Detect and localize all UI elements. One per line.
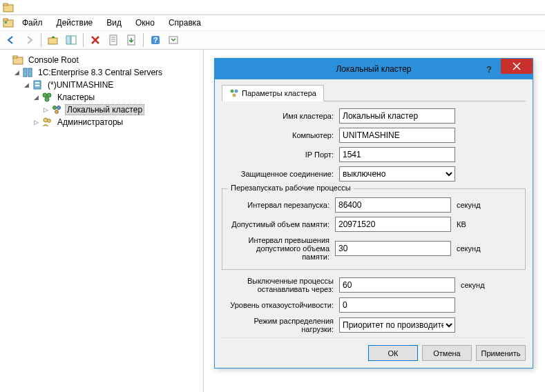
properties-button[interactable] — [105, 32, 122, 48]
menu-help[interactable]: Справка — [163, 17, 207, 29]
tree-label: Локальный кластер — [65, 104, 144, 115]
select-secure-connection[interactable]: выключено — [339, 166, 455, 182]
unit-seconds: секунд — [461, 281, 485, 289]
tree-toggle-icon[interactable]: ◢ — [12, 68, 21, 77]
svg-rect-3 — [5, 21, 7, 23]
menubar: Файл Действие Вид Окно Справка — [0, 15, 545, 30]
cluster-icon — [51, 104, 62, 115]
back-button[interactable] — [3, 32, 19, 48]
svg-point-30 — [48, 119, 51, 123]
svg-point-26 — [53, 106, 57, 110]
label-stop-processes: Выключенные процессы останавливать через… — [222, 277, 339, 293]
admins-icon — [41, 117, 52, 128]
label-exceed-interval: Интервал превышения допустимого объема п… — [228, 236, 335, 261]
dialog-help-button[interactable]: ? — [480, 61, 498, 77]
label-restart-interval: Интервал перезапуска: — [228, 201, 335, 209]
toolbar-separator — [143, 33, 144, 47]
tree-central-servers[interactable]: ◢ 1C:Enterprise 8.3 Central Servers — [3, 66, 203, 79]
unit-kb: КВ — [457, 220, 466, 228]
svg-rect-18 — [23, 68, 27, 77]
cluster-icon — [229, 88, 239, 98]
tab-cluster-params[interactable]: Параметры кластера — [222, 85, 324, 101]
svg-point-29 — [44, 118, 48, 122]
show-hide-button[interactable] — [63, 32, 79, 48]
tree-toggle-icon[interactable] — [3, 56, 11, 64]
help-button[interactable]: ? — [147, 32, 164, 48]
dialog-body: Параметры кластера Имя кластера: Компьют… — [215, 79, 533, 368]
svg-point-23 — [43, 93, 47, 97]
tree-toggle-icon[interactable]: ◢ — [22, 81, 30, 89]
svg-point-32 — [235, 90, 238, 93]
label-ip-port: IP Порт: — [222, 150, 339, 159]
input-fault-tolerance[interactable] — [339, 297, 455, 313]
window-titlebar — [0, 0, 545, 15]
dialog-title: Локальный кластер — [336, 64, 411, 74]
tree-clusters[interactable]: ◢ Кластеры — [3, 91, 203, 104]
tree-label: (*)UNITMASHINE — [46, 79, 115, 90]
toolbar-separator — [83, 33, 84, 47]
tree-administrators[interactable]: ▷ Администраторы — [3, 116, 203, 128]
label-cluster-name: Имя кластера: — [222, 112, 339, 120]
tree-toggle-icon[interactable]: ◢ — [32, 93, 40, 101]
input-restart-interval[interactable] — [335, 197, 451, 213]
menu-action[interactable]: Действие — [51, 17, 99, 29]
svg-text:?: ? — [153, 36, 158, 44]
dialog-titlebar[interactable]: Локальный кластер ? — [215, 59, 533, 79]
tree-local-cluster[interactable]: ▷ Локальный кластер — [3, 104, 203, 116]
input-stop-processes[interactable] — [339, 277, 455, 293]
tree-toggle-icon[interactable]: ▷ — [41, 106, 50, 114]
input-cluster-name[interactable] — [339, 108, 455, 124]
svg-point-31 — [231, 90, 234, 93]
svg-rect-17 — [13, 56, 17, 58]
toolbar-separator — [41, 33, 41, 47]
server-icon — [32, 79, 43, 90]
folder-icon — [12, 55, 23, 66]
menu-file[interactable]: Файл — [17, 17, 48, 29]
tab-label: Параметры кластера — [242, 89, 316, 97]
servers-icon — [22, 67, 33, 78]
input-allowed-memory[interactable] — [335, 217, 451, 232]
cancel-button[interactable]: Отмена — [422, 345, 472, 361]
apply-button[interactable]: Применить — [476, 345, 526, 361]
svg-point-24 — [47, 93, 51, 97]
svg-rect-6 — [66, 36, 70, 44]
label-computer: Компьютер: — [222, 131, 339, 139]
tree-label: 1C:Enterprise 8.3 Central Servers — [36, 67, 164, 78]
tree-root[interactable]: Console Root — [3, 54, 203, 66]
input-ip-port[interactable] — [339, 147, 455, 162]
label-allowed-memory: Допустимый объем памяти: — [228, 220, 335, 228]
input-exceed-interval[interactable] — [335, 241, 451, 256]
ok-button[interactable]: ОК — [368, 345, 418, 361]
tree-panel: Console Root ◢ 1C:Enterprise 8.3 Central… — [0, 50, 204, 392]
close-icon[interactable] — [501, 59, 533, 74]
fieldset-restart: Перезапускать рабочие процессы Интервал … — [222, 188, 526, 270]
tree-server[interactable]: ◢ (*)UNITMASHINE — [3, 79, 203, 91]
clusters-icon — [41, 92, 52, 103]
up-button[interactable] — [45, 32, 61, 48]
tree-label: Администраторы — [55, 117, 125, 128]
menubar-icon — [3, 17, 14, 28]
unit-seconds: секунд — [457, 201, 481, 209]
svg-rect-22 — [35, 85, 39, 86]
label-load-distribution: Режим распределения нагрузки: — [222, 317, 339, 333]
dialog-tabs: Параметры кластера — [222, 85, 526, 101]
svg-rect-8 — [110, 35, 117, 45]
svg-rect-19 — [28, 68, 32, 77]
label-secure-connection: Защищенное соединение: — [222, 170, 339, 178]
svg-rect-21 — [35, 82, 39, 84]
svg-point-33 — [233, 94, 236, 97]
select-load-distribution[interactable]: Приоритет по производительн — [339, 317, 455, 333]
cluster-dialog: Локальный кластер ? Параметры кластера И… — [214, 58, 533, 369]
svg-point-28 — [55, 110, 59, 114]
label-fault-tolerance: Уровень отказоустойчивости: — [222, 301, 339, 309]
menu-window[interactable]: Окно — [130, 17, 160, 29]
input-computer[interactable] — [339, 128, 455, 143]
refresh-button[interactable] — [165, 32, 182, 48]
svg-rect-7 — [71, 36, 76, 44]
delete-button[interactable] — [87, 32, 104, 48]
forward-button[interactable] — [21, 32, 37, 48]
dialog-buttons: ОК Отмена Применить — [222, 337, 526, 361]
export-button[interactable] — [123, 32, 140, 48]
tree-toggle-icon[interactable]: ▷ — [32, 118, 40, 126]
menu-view[interactable]: Вид — [101, 17, 127, 29]
